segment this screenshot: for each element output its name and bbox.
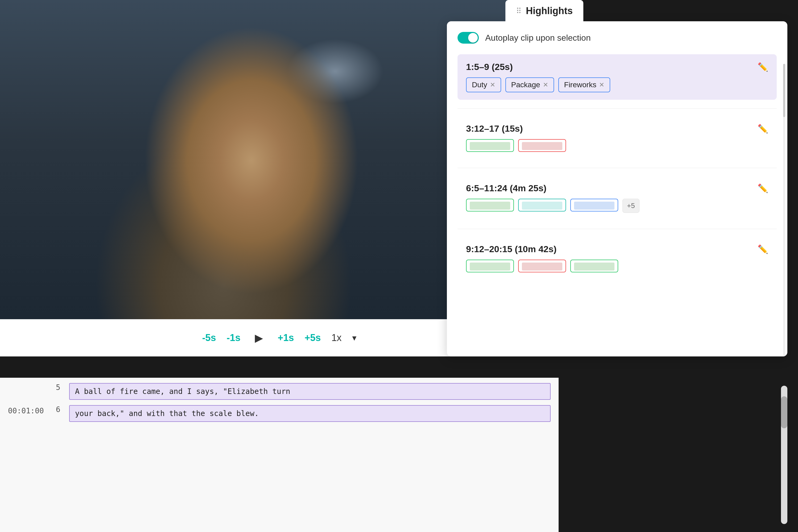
tag-duty[interactable]: Duty ✕: [466, 77, 501, 92]
edit-icon-1[interactable]: ✏️: [758, 62, 768, 72]
highlights-panel-tab[interactable]: ⠿ Highlights: [506, 0, 583, 22]
skip-fwd-1-button[interactable]: +1s: [278, 332, 294, 343]
highlight-header-4: 9:12–20:15 (10m 42s) ✏️: [466, 244, 768, 254]
tag-placeholder-red-2: [518, 139, 566, 152]
line-num-1: 5: [56, 383, 69, 392]
timestamp-1: [8, 383, 56, 384]
tags-row-1: Duty ✕ Package ✕ Fireworks ✕: [466, 77, 768, 92]
tags-row-2: [466, 139, 768, 152]
transcript-row-2: 00:01:00 6 your back," and with that the…: [8, 405, 551, 422]
tag-placeholder-green-4a: [466, 260, 514, 272]
tag-fireworks[interactable]: Fireworks ✕: [558, 77, 610, 92]
panel-scrollbar[interactable]: [783, 64, 785, 357]
speed-button[interactable]: 1x: [331, 332, 342, 343]
tag-placeholder-blue-3: [570, 199, 618, 211]
autoplay-label: Autoplay clip upon selection: [485, 33, 591, 43]
speed-dropdown-arrow[interactable]: ▾: [352, 333, 357, 343]
divider-1: [457, 108, 777, 109]
highlight-header-3: 6:5–11:24 (4m 25s) ✏️: [466, 183, 768, 193]
tab-drag-icon: ⠿: [516, 7, 521, 15]
tag-package-label: Package: [511, 81, 540, 89]
highlight-item-3[interactable]: 6:5–11:24 (4m 25s) ✏️ +5: [457, 175, 777, 220]
autoplay-toggle[interactable]: [457, 32, 479, 44]
tag-duty-close[interactable]: ✕: [490, 81, 495, 89]
transcript-scrollbar-thumb[interactable]: [781, 396, 787, 428]
panel-scrollbar-thumb[interactable]: [783, 64, 785, 117]
tag-placeholder-green-4b: [570, 260, 618, 272]
highlight-item-4[interactable]: 9:12–20:15 (10m 42s) ✏️: [457, 236, 777, 280]
highlight-header-2: 3:12–17 (15s) ✏️: [466, 124, 768, 134]
more-tags-badge-3[interactable]: +5: [623, 199, 640, 213]
tags-row-3: +5: [466, 199, 768, 213]
toggle-knob: [468, 33, 478, 42]
skip-fwd-5-button[interactable]: +5s: [305, 332, 321, 343]
divider-3: [457, 229, 777, 229]
tag-package-close[interactable]: ✕: [543, 81, 548, 89]
highlight-time-3: 6:5–11:24 (4m 25s): [466, 183, 546, 193]
highlight-item-2[interactable]: 3:12–17 (15s) ✏️: [457, 116, 777, 159]
tags-row-4: [466, 260, 768, 272]
highlight-time-4: 9:12–20:15 (10m 42s): [466, 244, 556, 254]
timestamp-2: 00:01:00: [8, 405, 56, 415]
transcript-row-1: 5 A ball of fire came, and I says, "Eliz…: [8, 383, 551, 400]
highlight-time-1: 1:5–9 (25s): [466, 62, 513, 72]
play-button[interactable]: ▶: [251, 330, 267, 346]
edit-icon-2[interactable]: ✏️: [758, 124, 768, 134]
tag-placeholder-teal-3: [518, 199, 566, 211]
tag-fireworks-close[interactable]: ✕: [599, 81, 604, 89]
tag-placeholder-red-4: [518, 260, 566, 272]
tag-fireworks-label: Fireworks: [564, 81, 596, 89]
tag-package[interactable]: Package ✕: [506, 77, 554, 92]
transcript-text-2: your back," and with that the scale blew…: [69, 405, 551, 422]
line-num-2: 6: [56, 405, 69, 414]
highlight-item-1[interactable]: 1:5–9 (25s) ✏️ Duty ✕ Package ✕ Firework…: [457, 54, 777, 100]
tag-placeholder-green-3: [466, 199, 514, 211]
edit-icon-3[interactable]: ✏️: [758, 183, 768, 193]
transcript-text-1: A ball of fire came, and I says, "Elizab…: [69, 383, 551, 400]
highlight-header-1: 1:5–9 (25s) ✏️: [466, 62, 768, 72]
tag-duty-label: Duty: [472, 81, 487, 89]
tag-placeholder-green-2: [466, 139, 514, 152]
edit-icon-4[interactable]: ✏️: [758, 244, 768, 254]
tab-title: Highlights: [526, 5, 573, 17]
transcript-scrollbar[interactable]: [781, 386, 787, 524]
autoplay-row: Autoplay clip upon selection: [457, 32, 777, 44]
skip-back-1-button[interactable]: -1s: [227, 332, 241, 343]
transcript-panel: 5 A ball of fire came, and I says, "Eliz…: [0, 378, 558, 532]
highlight-time-2: 3:12–17 (15s): [466, 124, 523, 134]
skip-back-5-button[interactable]: -5s: [202, 332, 216, 343]
highlights-panel: Autoplay clip upon selection 1:5–9 (25s)…: [447, 21, 787, 357]
panel-content: Autoplay clip upon selection 1:5–9 (25s)…: [447, 21, 787, 357]
